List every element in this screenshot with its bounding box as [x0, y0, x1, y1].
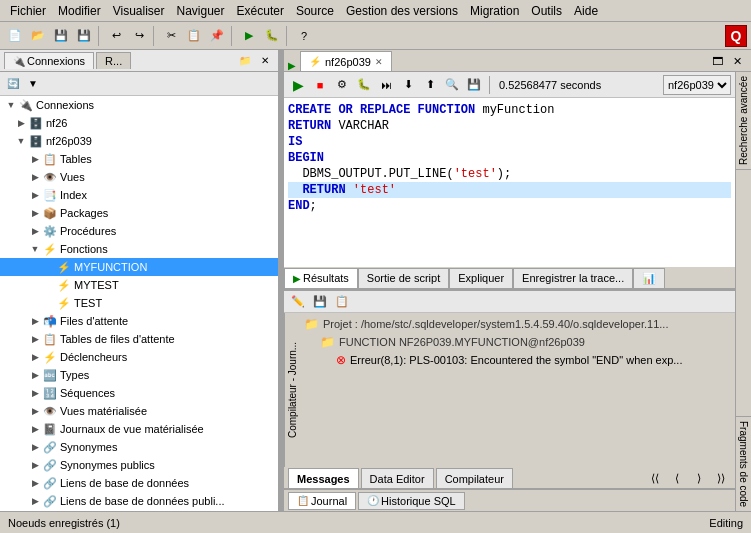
tab-connexions[interactable]: 🔌Connexions [4, 52, 94, 69]
tree-types[interactable]: ▶ 🔤 Types [0, 366, 278, 384]
save-editor-btn[interactable]: 💾 [464, 75, 484, 95]
msg-edit-btn[interactable]: ✏️ [288, 292, 308, 312]
tree-myfunction[interactable]: ⚡ MYFUNCTION [0, 258, 278, 276]
msg-save-btn[interactable]: 💾 [310, 292, 330, 312]
tree-tables[interactable]: ▶ 📋 Tables [0, 150, 278, 168]
menu-visualiser[interactable]: Visualiser [107, 2, 171, 20]
menu-fichier[interactable]: Fichier [4, 2, 52, 20]
menu-aide[interactable]: Aide [568, 2, 604, 20]
nav-last-btn[interactable]: ⟩⟩ [711, 468, 731, 488]
msg-tab-resultats[interactable]: ▶ Résultats [284, 268, 358, 288]
maximize-btn[interactable]: 🗖 [707, 51, 727, 71]
tab-reports[interactable]: R... [96, 52, 131, 69]
debug-btn[interactable]: 🐛 [261, 25, 283, 47]
run-btn[interactable]: ▶ [238, 25, 260, 47]
tree-root[interactable]: ▼ 🔌 Connexions [0, 96, 278, 114]
panel-folder-icon[interactable]: 📁 [236, 52, 254, 70]
panel-close-btn[interactable]: ✕ [256, 52, 274, 70]
nf26p039-expander[interactable]: ▼ [14, 134, 28, 148]
tree-packages[interactable]: ▶ 📦 Packages [0, 204, 278, 222]
stop-btn[interactable]: ■ [310, 75, 330, 95]
vues-mat-expander[interactable]: ▶ [28, 404, 42, 418]
msg-clip-btn[interactable]: 📋 [332, 292, 352, 312]
tables-expander[interactable]: ▶ [28, 152, 42, 166]
declencheurs-expander[interactable]: ▶ [28, 350, 42, 364]
tree-synonymes-pub[interactable]: ▶ 🔗 Synonymes publics [0, 456, 278, 474]
save-all-btn[interactable]: 💾 [73, 25, 95, 47]
paste-btn[interactable]: 📌 [206, 25, 228, 47]
refresh-icon[interactable]: 🔄 [4, 75, 22, 93]
tree-area[interactable]: ▼ 🔌 Connexions ▶ 🗄️ nf26 ▼ 🗄️ nf26p039 [0, 96, 278, 511]
connection-dropdown[interactable]: nf26p039 [663, 75, 731, 95]
tables-files-expander[interactable]: ▶ [28, 332, 42, 346]
tree-mytest[interactable]: ⚡ MYTEST [0, 276, 278, 294]
nav-prev-btn[interactable]: ⟨ [667, 468, 687, 488]
tree-journaux[interactable]: ▶ 📓 Journaux de vue matérialisée [0, 420, 278, 438]
test-expander[interactable] [42, 296, 56, 310]
msg-tab-enregistrer[interactable]: Enregistrer la trace... [513, 268, 633, 288]
debug-btn2[interactable]: 🐛 [354, 75, 374, 95]
myfunction-expander[interactable] [42, 260, 56, 274]
help-btn[interactable]: ? [293, 25, 315, 47]
tree-nf26[interactable]: ▶ 🗄️ nf26 [0, 114, 278, 132]
menu-migration[interactable]: Migration [464, 2, 525, 20]
recherche-label[interactable]: Recherche avancée [736, 72, 751, 169]
menu-executer[interactable]: Exécuter [231, 2, 290, 20]
run-green-btn[interactable]: ▶ [288, 75, 308, 95]
panel-close-btn2[interactable]: ✕ [727, 51, 747, 71]
cut-btn[interactable]: ✂ [160, 25, 182, 47]
tree-vues[interactable]: ▶ 👁️ Vues [0, 168, 278, 186]
step-out-btn[interactable]: ⬆ [420, 75, 440, 95]
sub-tab-historique[interactable]: 🕐 Historique SQL [358, 492, 465, 510]
vues-expander[interactable]: ▶ [28, 170, 42, 184]
synonymes-expander[interactable]: ▶ [28, 440, 42, 454]
save-btn[interactable]: 💾 [50, 25, 72, 47]
menu-outils[interactable]: Outils [525, 2, 568, 20]
filter-icon[interactable]: ▼ [24, 75, 42, 93]
nf26-expander[interactable]: ▶ [14, 116, 28, 130]
connection-selector[interactable]: nf26p039 [663, 75, 731, 95]
tree-files-attente[interactable]: ▶ 📬 Files d'attente [0, 312, 278, 330]
tree-liens-bd[interactable]: ▶ 🔗 Liens de base de données [0, 474, 278, 492]
tree-nf26p039[interactable]: ▼ 🗄️ nf26p039 [0, 132, 278, 150]
msg-tab-chart[interactable]: 📊 [633, 268, 665, 288]
journaux-expander[interactable]: ▶ [28, 422, 42, 436]
root-expander[interactable]: ▼ [4, 98, 18, 112]
bottom-tab-messages[interactable]: Messages [288, 468, 359, 488]
nav-next-btn[interactable]: ⟩ [689, 468, 709, 488]
tree-tables-files[interactable]: ▶ 📋 Tables de files d'attente [0, 330, 278, 348]
procedures-expander[interactable]: ▶ [28, 224, 42, 238]
new-btn[interactable]: 📄 [4, 25, 26, 47]
step-btn[interactable]: ⏭ [376, 75, 396, 95]
compiler-label[interactable]: Compilateur - Journ... [284, 313, 300, 467]
tree-synonymes[interactable]: ▶ 🔗 Synonymes [0, 438, 278, 456]
find-btn[interactable]: 🔍 [442, 75, 462, 95]
types-expander[interactable]: ▶ [28, 368, 42, 382]
tree-index[interactable]: ▶ 📑 Index [0, 186, 278, 204]
tree-test[interactable]: ⚡ TEST [0, 294, 278, 312]
menu-modifier[interactable]: Modifier [52, 2, 107, 20]
msg-tab-sortie[interactable]: Sortie de script [358, 268, 449, 288]
redo-btn[interactable]: ↪ [128, 25, 150, 47]
menu-source[interactable]: Source [290, 2, 340, 20]
copy-btn[interactable]: 📋 [183, 25, 205, 47]
tree-declencheurs[interactable]: ▶ ⚡ Déclencheurs [0, 348, 278, 366]
liens-bd-pub-expander[interactable]: ▶ [28, 494, 42, 508]
menu-gestion[interactable]: Gestion des versions [340, 2, 464, 20]
undo-btn[interactable]: ↩ [105, 25, 127, 47]
index-expander[interactable]: ▶ [28, 188, 42, 202]
msg-tab-expliquer[interactable]: Expliquer [449, 268, 513, 288]
sequences-expander[interactable]: ▶ [28, 386, 42, 400]
tree-liens-bd-pub[interactable]: ▶ 🔗 Liens de base de données publi... [0, 492, 278, 510]
nav-first-btn[interactable]: ⟨⟨ [645, 468, 665, 488]
tree-vues-mat[interactable]: ▶ 👁️ Vues matérialisée [0, 402, 278, 420]
tree-sequences[interactable]: ▶ 🔢 Séquences [0, 384, 278, 402]
tree-repertoires[interactable]: ▶ 📁 Répertoires [0, 510, 278, 511]
bottom-tab-data-editor[interactable]: Data Editor [361, 468, 434, 488]
liens-bd-expander[interactable]: ▶ [28, 476, 42, 490]
mytest-expander[interactable] [42, 278, 56, 292]
sub-tab-journal[interactable]: 📋 Journal [288, 492, 356, 510]
packages-expander[interactable]: ▶ [28, 206, 42, 220]
tree-procedures[interactable]: ▶ ⚙️ Procédures [0, 222, 278, 240]
menu-naviguer[interactable]: Naviguer [171, 2, 231, 20]
